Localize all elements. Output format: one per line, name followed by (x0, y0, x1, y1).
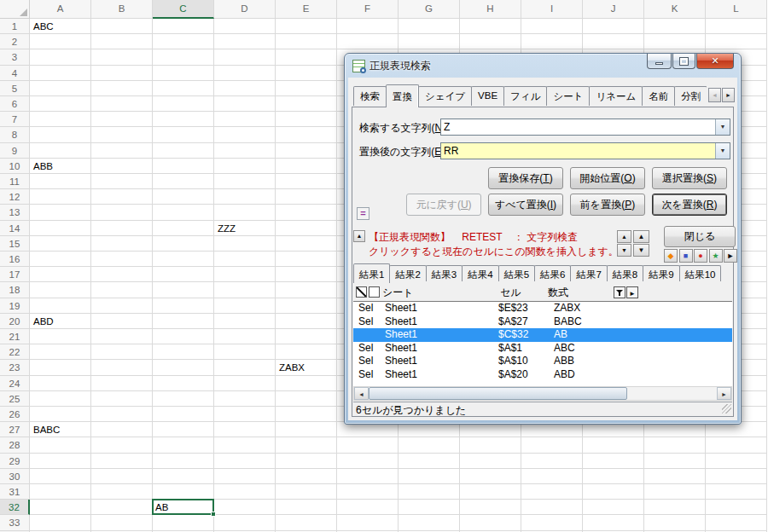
blue-square-button[interactable]: ■ (679, 249, 693, 263)
scroll-left-button[interactable]: ◄ (354, 387, 369, 400)
result-tab-結果8[interactable]: 結果8 (607, 265, 643, 281)
row-header-24[interactable]: 24 (0, 376, 30, 391)
result-tab-結果6[interactable]: 結果6 (534, 265, 571, 281)
cell-E23[interactable]: ZABX (276, 360, 337, 375)
spin-up-small-button[interactable]: ▲ (617, 230, 631, 243)
function-expander-button[interactable]: ▲ (353, 230, 365, 242)
column-header-A[interactable]: A (30, 0, 91, 19)
replace-dropdown-button[interactable]: ▼ (715, 143, 730, 159)
row-header-17[interactable]: 17 (0, 267, 30, 282)
row-header-23[interactable]: 23 (0, 360, 30, 375)
row-header-10[interactable]: 10 (0, 159, 30, 174)
row-header-30[interactable]: 30 (0, 469, 30, 484)
dialog-tab-名前[interactable]: 名前 (642, 86, 675, 106)
row-header-33[interactable]: 33 (0, 515, 30, 530)
row-header-16[interactable]: 16 (0, 252, 30, 267)
row-header-15[interactable]: 15 (0, 236, 30, 252)
horizontal-scrollbar[interactable]: ◄ ► (353, 386, 732, 401)
cell-A27[interactable]: BABC (30, 422, 91, 437)
replace-string-combobox[interactable]: RR ▼ (440, 142, 730, 159)
cell-D14[interactable]: ZZZ (214, 221, 276, 236)
search-string-value[interactable]: Z (441, 119, 715, 135)
equals-button[interactable]: = (357, 207, 369, 220)
column-header-C[interactable]: C (153, 0, 214, 19)
result-tab-結果2[interactable]: 結果2 (389, 265, 426, 281)
column-header-formula[interactable]: 数式 (548, 286, 568, 300)
maximize-button[interactable] (672, 54, 695, 69)
next-result-button[interactable]: ► (626, 286, 638, 298)
cell-A10[interactable]: ABB (30, 159, 91, 174)
result-tab-結果1[interactable]: 結果1 (353, 263, 390, 283)
row-header-18[interactable]: 18 (0, 282, 30, 298)
dialog-tab-リネーム[interactable]: リネーム (589, 86, 643, 106)
result-tab-結果9[interactable]: 結果9 (643, 265, 679, 281)
black-arrow-button[interactable]: ► (724, 249, 737, 263)
row-header-5[interactable]: 5 (0, 81, 30, 96)
minimize-button[interactable] (647, 54, 672, 69)
row-header-19[interactable]: 19 (0, 298, 30, 314)
green-star-button[interactable]: ★ (709, 249, 723, 263)
tab-scroll-left-button[interactable]: ◄ (708, 88, 721, 102)
close-window-button[interactable]: ✕ (696, 54, 734, 69)
result-row[interactable]: SelSheet1$A$27BABC (353, 315, 732, 329)
result-row[interactable]: SelSheet1$E$23ZABX (353, 302, 732, 315)
cell-A1[interactable]: ABC (30, 19, 91, 34)
column-header-F[interactable]: F (337, 0, 399, 19)
row-header-25[interactable]: 25 (0, 391, 30, 407)
column-header-J[interactable]: J (583, 0, 644, 19)
scroll-right-button[interactable]: ► (717, 387, 731, 400)
result-row[interactable]: SelSheet1$A$10ABB (353, 355, 732, 368)
column-header-D[interactable]: D (214, 0, 276, 19)
uncheck-all-button[interactable] (369, 286, 380, 298)
search-dropdown-button[interactable]: ▼ (715, 119, 730, 135)
dialog-tab-フィル[interactable]: フィル (503, 86, 547, 106)
row-header-7[interactable]: 7 (0, 112, 30, 127)
row-header-2[interactable]: 2 (0, 34, 30, 49)
column-header-cell[interactable]: セル (500, 286, 521, 300)
scrollbar-thumb[interactable] (369, 387, 627, 400)
result-row[interactable]: SelSheet1$A$20ABD (353, 368, 732, 382)
filter-button[interactable] (614, 286, 625, 298)
row-header-12[interactable]: 12 (0, 189, 30, 205)
cell-A20[interactable]: ABD (30, 314, 91, 329)
column-header-G[interactable]: G (399, 0, 460, 19)
row-header-22[interactable]: 22 (0, 344, 30, 360)
column-header-E[interactable]: E (276, 0, 337, 19)
row-header-26[interactable]: 26 (0, 407, 30, 422)
button-選択置換S[interactable]: 選択置換(S) (652, 167, 727, 189)
row-header-6[interactable]: 6 (0, 96, 30, 112)
result-tab-結果5[interactable]: 結果5 (498, 265, 535, 281)
row-header-29[interactable]: 29 (0, 454, 30, 469)
result-tab-結果4[interactable]: 結果4 (462, 265, 498, 281)
row-header-32[interactable]: 32 (0, 500, 30, 515)
spin-up-button[interactable]: ▲ (633, 230, 649, 243)
search-string-combobox[interactable]: Z ▼ (440, 119, 730, 136)
dialog-tab-シェイプ[interactable]: シェイプ (418, 86, 472, 106)
dialog-titlebar[interactable]: 正規表現検索 ✕ (345, 54, 741, 78)
dialog-tab-検索[interactable]: 検索 (353, 86, 387, 106)
button-すべて置換I[interactable]: すべて置換(I) (488, 194, 563, 216)
button-次を置換R[interactable]: 次を置換(R) (652, 194, 727, 216)
row-header-11[interactable]: 11 (0, 174, 30, 189)
orange-diamond-button[interactable]: ◆ (664, 249, 678, 263)
tab-scroll-right-button[interactable]: ► (722, 88, 735, 102)
column-header-K[interactable]: K (644, 0, 706, 19)
row-header-21[interactable]: 21 (0, 329, 30, 344)
column-header-B[interactable]: B (91, 0, 153, 19)
row-header-9[interactable]: 9 (0, 143, 30, 159)
column-header-H[interactable]: H (460, 0, 521, 19)
row-header-3[interactable]: 3 (0, 49, 30, 65)
resize-grip[interactable] (722, 404, 731, 413)
function-info-line1[interactable]: 【正規表現関数】 RETEST ： 文字列検査 (369, 230, 578, 245)
red-circle-button[interactable]: ● (694, 249, 707, 263)
row-header-1[interactable]: 1 (0, 19, 30, 34)
close-dialog-button[interactable]: 閉じる (664, 226, 736, 247)
spin-down-button[interactable]: ▼ (633, 244, 649, 257)
row-header-27[interactable]: 27 (0, 422, 30, 437)
row-header-4[interactable]: 4 (0, 66, 30, 81)
column-header-sheet[interactable]: シート (382, 286, 414, 300)
check-all-button[interactable] (356, 286, 367, 298)
row-header-14[interactable]: 14 (0, 221, 30, 236)
result-row[interactable]: SelSheet1$A$1ABC (353, 342, 732, 356)
active-cell[interactable]: AB (152, 499, 214, 515)
